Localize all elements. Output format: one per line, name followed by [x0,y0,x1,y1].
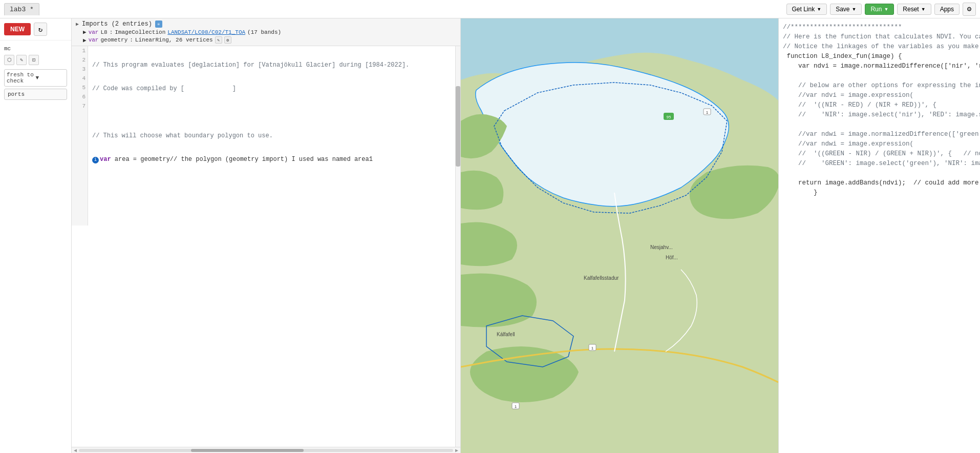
code-lines-container: 1 2 3 4 5 6 7 // This program evaluates … [72,46,460,225]
imports-header: ▶ Imports (2 entries) ≡ [76,20,456,28]
code-editor-panel: ▶ Imports (2 entries) ≡ ▶ var L8: ImageC… [72,18,461,453]
main-layout: NEW ↻ mc ⬡ ✎ ⊡ fresh to check ▼ ports ▶ [0,18,980,453]
map-route-1b-label: 1 [515,404,517,409]
code-content: // This program evaluates [deglaciation]… [88,46,460,225]
sidebar-icon-2[interactable]: ✎ [16,55,27,65]
save-label: Save [836,6,849,13]
big-code-line-9: // '((NIR - RED) / (NIR + RED))', { [783,100,980,110]
reports-label: ports [8,91,25,97]
code-line-3 [92,108,456,117]
sidebar-icon-3[interactable]: ⊡ [29,55,39,65]
line-num-3: 3 [74,65,86,74]
reset-label: Reset [903,6,919,13]
info-icon: i [92,157,99,163]
horizontal-scrollbar-area: ◀ ▶ [72,447,460,453]
line-num-7: 7 [74,101,86,111]
code-line-7 [92,202,456,211]
map-label-nesjahv: Nesjahv... [650,244,673,250]
big-code-line-10: // 'NIR': image.select('nir'), 'RED': im… [783,110,980,120]
big-code-line-12: //var ndwi = image.normalizedDifference(… [783,130,980,139]
get-link-label: Get Link [792,6,815,13]
map-svg: 95 1 1 1 Nesjahv... Höf... Kalfafellssta… [461,18,778,453]
dropdown-caret-icon: ▼ [36,75,65,81]
settings-button[interactable]: ⚙ [963,3,976,16]
top-toolbar: lab3 * Get Link ▼ Save ▼ Run ▼ Reset ▼ A… [0,0,980,18]
big-code-line-13: //var ndwi = image.expression( [783,139,980,149]
save-caret-icon: ▼ [852,7,857,12]
code-line-4: // This will choose what boundary polygo… [92,131,456,140]
line-num-1: 1 [74,46,86,55]
sidebar-content: mc ⬡ ✎ ⊡ fresh to check ▼ ports [0,40,71,106]
imports-list-icon: ≡ [155,20,162,28]
big-code-line-17: return image.addBands(ndvi); // could ad… [783,178,980,188]
import2-settings-btn[interactable]: ⚙ [224,36,231,44]
big-code-line-4: function L8_index_fun(image) { [783,52,980,61]
map-label-kalfafell: Kálfafell [497,332,515,337]
sidebar-icon-1[interactable]: ⬡ [4,55,14,65]
apps-button[interactable]: Apps [934,4,960,15]
imports-triangle-icon: ▶ [76,21,79,27]
run-label: Run [870,6,882,13]
big-code-line-8: //var ndvi = image.expression( [783,91,980,100]
big-code-section[interactable]: //***************************** // Here … [778,18,980,453]
import-row-1: ▶ var L8: ImageCollection LANDSAT/LC08/C… [76,29,456,35]
big-code-line-7: // below are other options for expressin… [783,81,980,91]
vertical-scrollbar[interactable] [455,46,460,447]
import2-triangle-icon: ▶ [83,37,87,44]
import1-link[interactable]: LANDSAT/LC08/C02/T1_TOA [167,29,245,35]
run-caret-icon: ▼ [884,7,888,12]
import2-edit-btn[interactable]: ✎ [215,36,222,44]
line-num-2: 2 [74,55,86,65]
code-line-1: // This program evaluates [deglaciation]… [92,60,456,70]
map-label-hof: Höf... [666,255,678,260]
get-link-caret-icon: ▼ [817,7,821,12]
save-button[interactable]: Save ▼ [830,4,862,15]
get-link-button[interactable]: Get Link ▼ [786,4,827,15]
fresh-to-check-label: fresh to check [7,72,36,84]
import1-type: ImageCollection [115,29,165,35]
map-label-kalfafellsstadur: Kalfafellsstadur [584,275,619,281]
reports-badge[interactable]: ports [4,89,67,100]
imports-title: Imports (2 entries) [82,20,152,28]
big-code-line-2: // Here is the function that calculates … [783,32,980,42]
new-button[interactable]: NEW [4,23,31,35]
tab-label[interactable]: lab3 * [4,3,39,15]
big-code-line-11 [783,120,980,130]
scroll-right-arrow[interactable]: ▶ [453,447,458,454]
line-num-4: 4 [74,74,86,83]
apps-label: Apps [940,6,954,13]
code-line-6 [92,178,456,188]
code-line-5: ivar area = geometry// the polygon (geom… [92,155,456,164]
imports-bar: ▶ Imports (2 entries) ≡ ▶ var L8: ImageC… [72,18,460,46]
refresh-button[interactable]: ↻ [34,23,47,36]
var-keyword: var [100,156,111,163]
fresh-to-check-dropdown[interactable]: fresh to check ▼ [4,69,67,87]
big-code-line-14: // '((GREEN - NIR) / (GREEN + NIR))', { … [783,149,980,159]
big-code-line-5: var ndvi = image.normalizedDifference(['… [783,61,980,71]
import2-var-name: geometry [100,37,127,43]
reset-button[interactable]: Reset ▼ [897,4,931,15]
map-section: 95 1 1 1 Nesjahv... Höf... Kalfafellssta… [461,18,778,453]
big-code-line-6 [783,71,980,81]
horizontal-scrollbar-thumb [191,449,303,452]
scroll-left-arrow[interactable]: ◀ [74,447,79,454]
map-pin-label: 1 [706,110,709,115]
big-code-line-18: } [783,188,980,198]
import2-var-keyword: var [89,37,99,43]
vertical-scrollbar-thumb [456,86,460,166]
mc-label: mc [2,45,69,53]
map-route-label-95: 95 [667,115,671,119]
run-button[interactable]: Run ▼ [865,4,894,15]
import1-suffix: (17 bands) [247,29,281,35]
import1-var-name: L8 [100,29,107,35]
left-sidebar: NEW ↻ mc ⬡ ✎ ⊡ fresh to check ▼ ports [0,18,72,453]
big-code-line-3: // Notice the linkages of the variables … [783,42,980,52]
code-editor[interactable]: 1 2 3 4 5 6 7 // This program evaluates … [72,46,460,447]
big-code-line-15: // 'GREEN': image.select('green'), 'NIR'… [783,159,980,169]
code-line-2: // Code was compiled by [ ] [92,84,456,93]
import2-type: LinearRing, 26 vertices [135,37,213,43]
new-button-area: NEW ↻ [0,18,71,40]
horizontal-scrollbar[interactable] [79,449,453,452]
map-route-1-label: 1 [591,346,594,351]
content-area: 95 1 1 1 Nesjahv... Höf... Kalfafellssta… [461,18,980,453]
